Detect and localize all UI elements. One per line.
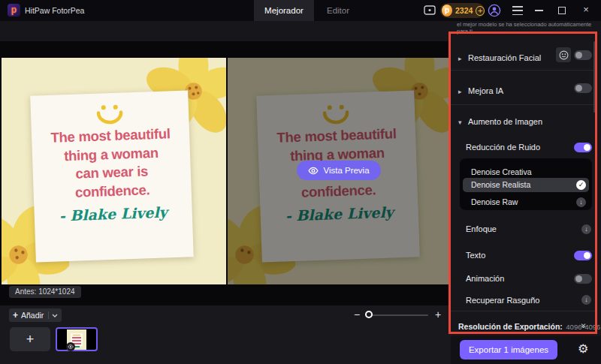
eye-icon [308,167,319,175]
animacion-label: Animación [466,274,504,283]
mejora-ia-toggle[interactable] [574,83,592,93]
mejora-ia-label: Mejora IA [468,86,503,95]
download-icon[interactable]: ↓ [581,295,591,305]
add-credits-icon[interactable]: + [476,6,485,16]
image-thumbnail[interactable] [56,327,98,351]
gear-icon[interactable]: ⚙ [578,341,588,356]
tab-editor[interactable]: Editor [314,0,362,21]
arrow-right-icon: ▸ [458,55,462,62]
feedback-chat-icon[interactable] [424,5,436,20]
add-image-tile[interactable]: + [10,327,50,351]
chevron-down-icon[interactable] [52,314,58,317]
plus-icon: + [13,310,18,320]
zoom-slider-track[interactable] [366,314,428,316]
texto-toggle[interactable] [574,251,592,260]
user-account-icon[interactable] [488,4,501,17]
panel-scrollbar[interactable] [593,41,596,113]
thumbnail-eye-icon[interactable] [66,342,75,351]
divider [451,104,596,105]
before-resolution-badge: Antes: 1024*1024 [9,286,81,298]
credits-count: 2324 [455,6,473,15]
divider [451,311,596,311]
reduccion-ruido-label: Reducción de Ruido [466,143,540,152]
enfoque-label[interactable]: Enfoque [466,224,497,233]
menu-icon[interactable] [512,6,523,15]
section-aumento-imagen[interactable]: ▾ Aumento de Imagen [458,114,542,128]
aumento-imagen-label: Aumento de Imagen [468,117,542,126]
animacion-toggle[interactable] [574,274,592,284]
canvas: The most beautiful thing a woman can wea… [0,41,451,305]
app-logo-icon: p [8,4,20,17]
panel-note-line2: para ti. [457,28,596,35]
quote-card: The most beautiful thing a woman can wea… [30,90,194,262]
panel-note-line1: el mejor modelo se ha seleccionado autom… [457,21,596,28]
app-title: HitPaw FotorPea [25,6,84,15]
export-button[interactable]: Exportar 1 imágenes [460,340,557,359]
app-window: p HitPaw FotorPea Mejorador Editor p 232… [0,0,601,364]
recuperar-rasguno-label[interactable]: Recuperar Rasguño [466,296,539,305]
add-files-button[interactable]: + Añadir [9,308,62,322]
reduccion-ruido-toggle[interactable] [574,143,592,152]
coin-icon: p [442,5,452,17]
restauracion-facial-label: Restauración Facial [468,53,541,62]
zoom-slider-handle[interactable] [365,311,373,318]
arrow-right-icon: ▸ [458,88,462,95]
denoise-option-raw[interactable]: Denoise Raw [471,197,518,206]
export-resolution-label: Resolución de Exportación: [458,322,563,331]
restauracion-facial-toggle[interactable] [574,50,592,60]
download-icon[interactable]: ↓ [576,197,586,207]
quote-signature: - Blake Lively [34,203,192,224]
divider [451,70,596,71]
before-image: The most beautiful thing a woman can wea… [2,58,226,284]
export-bar: Exportar 1 imágenes ⚙ [451,336,601,364]
filmstrip-bar: + Añadir + − + [0,305,451,364]
settings-panel: el mejor modelo se ha seleccionado autom… [451,21,601,364]
divider [48,311,49,319]
minimize-button[interactable] [535,10,543,11]
face-detect-icon[interactable] [556,47,571,62]
texto-label: Texto [466,251,485,260]
credits-pill[interactable]: p 2324 + [440,3,485,18]
denoise-list: Denoise Creativa Denoise Realista ✓ Deno… [460,158,592,210]
navbar: Inicio [0,21,451,41]
section-mejora-ia[interactable]: ▸ Mejora IA [458,83,503,97]
plus-icon: + [26,332,35,347]
check-icon: ✓ [576,180,586,190]
vista-previa-button[interactable]: Vista Previa [297,161,381,180]
denoise-option-realista-label: Denoise Realista [471,180,530,189]
section-restauracion-facial[interactable]: ▸ Restauración Facial [458,50,541,64]
download-icon[interactable]: ↓ [581,224,591,234]
tab-mejorador[interactable]: Mejorador [254,0,314,21]
vista-previa-label: Vista Previa [323,166,369,175]
thumbnail-image [67,329,86,350]
maximize-button[interactable] [558,7,566,14]
arrow-down-icon: ▾ [458,119,462,126]
add-files-label: Añadir [21,311,44,320]
denoise-option-creativa[interactable]: Denoise Creativa [471,167,532,176]
zoom-out-button[interactable]: − [350,308,364,321]
titlebar: p HitPaw FotorPea Mejorador Editor p 232… [0,0,601,21]
expand-double-chevron-icon[interactable]: » [581,318,587,332]
zoom-in-button[interactable]: + [431,308,445,321]
close-button[interactable]: × [580,4,592,16]
